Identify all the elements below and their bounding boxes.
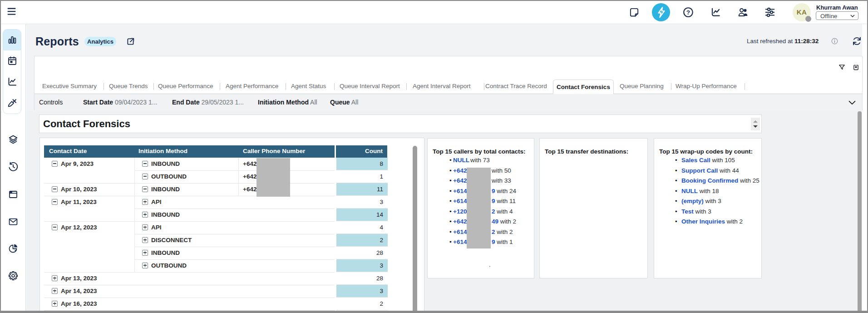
svg-text:?: ? <box>686 9 690 16</box>
